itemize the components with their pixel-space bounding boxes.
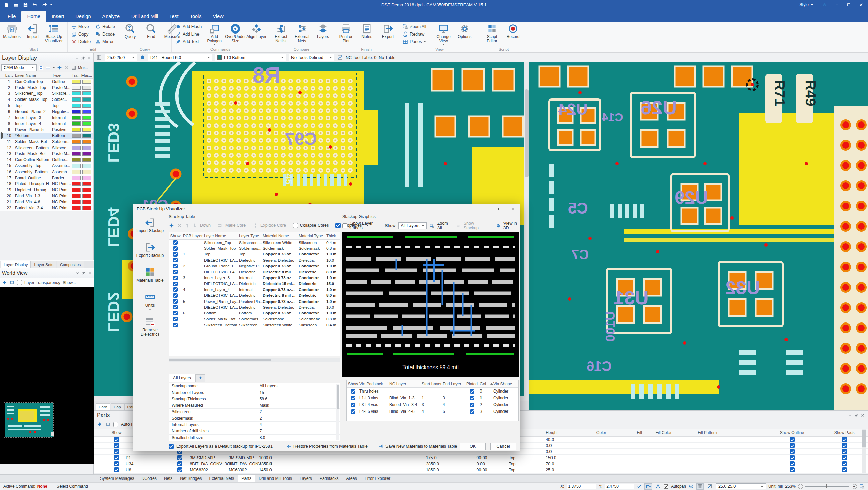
flashes-color-swatch[interactable] [82, 116, 91, 120]
ribbon-tab[interactable]: Insert [46, 11, 70, 22]
view-3d-label[interactable]: View in 3D [503, 221, 519, 230]
stackup-row[interactable]: 1 Top Top Copper 0.73 oz... Conductor 1.… [169, 251, 340, 257]
via-visible-checkbox[interactable] [351, 403, 355, 407]
show-stackup-icon[interactable] [456, 223, 461, 229]
ribbon-button[interactable]: Script Editor [482, 22, 502, 43]
graphics-layer-select[interactable]: All Layers [398, 222, 426, 229]
stackup-graphics-canvas[interactable]: Total thickness 59.4 mil [342, 232, 519, 377]
collapse-cores-checkbox[interactable] [293, 223, 298, 228]
traces-color-swatch[interactable] [72, 152, 81, 156]
redo-button[interactable] [41, 1, 48, 8]
tools-select[interactable]: No Tools Defined [289, 54, 334, 61]
dcode-select[interactable]: D11 Round 6.0 [148, 54, 212, 61]
pcb-canvas-right-pane[interactable]: U24 C14 U26 R71 R49 U29 C5 C7 U31 U32 U1… [529, 62, 868, 410]
show-checkbox[interactable] [114, 455, 119, 460]
layer-visible-checkbox[interactable] [173, 293, 178, 298]
via-visible-checkbox[interactable] [351, 389, 355, 394]
save-materials-button[interactable]: Save New Materials to Materials Table [385, 444, 457, 449]
ribbon-tab[interactable]: Analyze [96, 11, 125, 22]
sidebar-button[interactable]: Export Stackup [133, 239, 167, 264]
make-core-label[interactable]: Make Core [225, 223, 246, 228]
zoom-all-icon[interactable] [430, 223, 434, 229]
layer-row[interactable]: 21 Blind_Via_4-6 NC Prim... [0, 199, 93, 205]
pin-icon[interactable] [81, 56, 85, 60]
make-core-icon[interactable] [217, 223, 223, 228]
flashes-color-swatch[interactable] [82, 194, 91, 198]
stackup-row[interactable]: DIELECTRIC_LA... Dielectric Dielectric 8… [169, 269, 340, 275]
layer-visible-checkbox[interactable] [173, 317, 178, 321]
workspace-tab[interactable]: Cap [111, 403, 124, 410]
close-button[interactable] [855, 1, 867, 9]
ribbon-button[interactable]: Add Text [173, 38, 204, 45]
export-ipc2581-checkbox[interactable] [169, 444, 174, 449]
add-layer-icon[interactable] [169, 223, 174, 228]
layer-row[interactable]: 3 Silkscreen_Top Silkscre... [0, 91, 93, 97]
move-down-icon[interactable] [192, 223, 198, 228]
highlight-part-icon[interactable] [97, 422, 102, 427]
traces-color-swatch[interactable] [72, 140, 81, 144]
ribbon-button[interactable]: Zoom All [400, 23, 433, 30]
traces-color-swatch[interactable] [72, 110, 81, 114]
ribbon-button[interactable]: Machines [1, 22, 22, 43]
layer-visible-checkbox[interactable] [173, 299, 178, 304]
parts-row[interactable]: P1 3M-SMD-50P 3M-SMD-50P 1000.0 175.0 90… [94, 455, 868, 461]
traces-color-swatch[interactable] [72, 128, 81, 132]
layer-visible-checkbox[interactable] [173, 305, 178, 309]
dock-tab[interactable]: Padstacks [316, 475, 343, 482]
show-stackup-label[interactable]: Show Stackup [464, 221, 484, 230]
show-checkbox[interactable] [114, 461, 119, 466]
stackup-row[interactable]: 2 Ground_Plane_L... Negative Pl... Coppe… [169, 263, 340, 269]
layer-row[interactable]: 17 Board_Outline Border [0, 175, 93, 181]
traces-color-swatch[interactable] [72, 200, 81, 204]
cancel-button[interactable]: Cancel [490, 443, 516, 450]
y-coordinate-input[interactable]: 2.4750 [605, 484, 634, 489]
ribbon-button[interactable]: Record [502, 22, 523, 43]
flashes-color-swatch[interactable] [82, 104, 91, 108]
via-row[interactable]: L4-L6 vias Blind_Via_4-6 4 6 3 Cylinder [347, 408, 518, 415]
workspace-tab[interactable]: Cam [96, 403, 110, 410]
ribbon-tab[interactable]: Drill and Mill [125, 11, 164, 22]
help-button[interactable] [819, 1, 830, 9]
zoom-all-label[interactable]: Zoom All [437, 221, 450, 230]
show-checkbox[interactable] [114, 467, 119, 472]
layer-visible-checkbox[interactable] [173, 252, 178, 257]
traces-color-swatch[interactable] [72, 116, 81, 120]
show-outline-checkbox[interactable] [790, 437, 795, 442]
show-pads-checkbox[interactable] [842, 443, 847, 448]
zoom-mode-icon[interactable] [2, 280, 7, 285]
layer-mode-select[interactable]: CAM Mode [1, 64, 37, 71]
delete-icon[interactable] [64, 65, 69, 70]
flashes-color-swatch[interactable] [82, 170, 91, 174]
ribbon-button[interactable]: Rotate [93, 23, 117, 30]
traces-color-swatch[interactable] [72, 104, 81, 108]
dock-tab[interactable]: Error Explorer [361, 475, 394, 482]
flashes-color-swatch[interactable] [82, 121, 91, 126]
undo-button[interactable] [31, 1, 39, 8]
layer-row[interactable]: 5 Top Top [0, 103, 93, 109]
dock-tab[interactable]: Areas [343, 475, 361, 482]
traces-color-swatch[interactable] [72, 86, 81, 90]
move-up-icon[interactable] [184, 223, 190, 228]
ribbon-button[interactable]: Delete [69, 38, 93, 45]
new-file-button[interactable] [3, 1, 10, 8]
origin-icon[interactable] [688, 484, 694, 489]
flashes-color-swatch[interactable] [82, 146, 91, 150]
traces-color-swatch[interactable] [72, 176, 81, 180]
pan-mode-icon[interactable] [9, 280, 15, 285]
layer-row[interactable]: 16 Assembly_Bottom Assemb... [0, 169, 93, 175]
stackup-row[interactable]: DIELECTRIC_LA... Dielectric Generic Diel… [169, 304, 340, 310]
close-icon[interactable] [861, 413, 865, 417]
select-checkbox[interactable] [177, 467, 182, 472]
autopan-checkbox[interactable] [664, 484, 668, 489]
plated-checkbox[interactable] [470, 389, 474, 394]
parts-scrollbar[interactable] [862, 429, 866, 473]
traces-color-swatch[interactable] [72, 121, 81, 126]
traces-color-swatch[interactable] [72, 194, 81, 198]
dialog-minimize-button[interactable] [479, 204, 493, 214]
traces-color-swatch[interactable] [72, 164, 81, 168]
dock-tab[interactable]: Nets [160, 475, 176, 482]
stackup-row[interactable]: 4 Inner_Layer_4 Internal Copper 0.73 oz.… [169, 287, 340, 292]
ribbon-button[interactable]: Add Flash [173, 23, 204, 30]
ribbon-button[interactable]: Over/Under Size [225, 22, 246, 45]
ribbon-button[interactable]: Import [22, 22, 43, 43]
